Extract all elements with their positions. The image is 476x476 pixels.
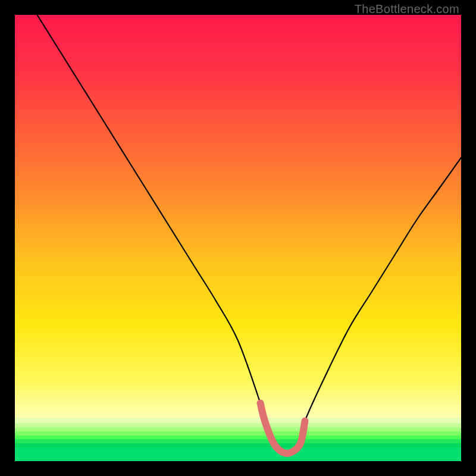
curve-layer: [15, 15, 461, 461]
chart-canvas: TheBottleneck.com: [0, 0, 476, 476]
watermark-text: TheBottleneck.com: [355, 2, 459, 16]
bottleneck-curve: [37, 15, 462, 453]
plot-area: [15, 15, 461, 461]
minimum-highlight: [261, 403, 305, 453]
